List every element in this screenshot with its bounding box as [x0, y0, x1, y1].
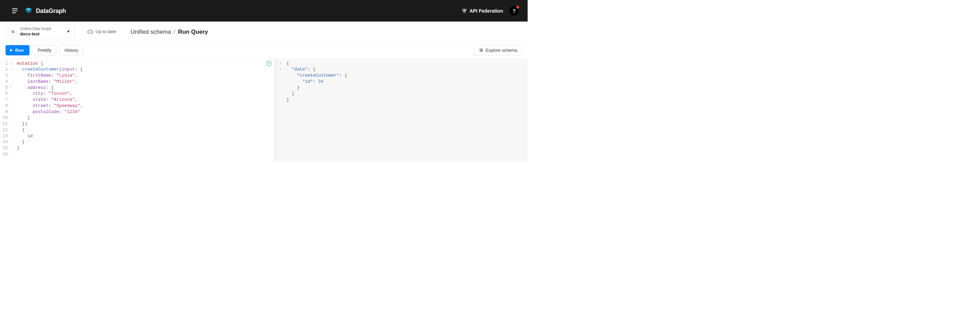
- svg-rect-2: [463, 9, 464, 11]
- svg-rect-3: [465, 9, 466, 11]
- project-name: docs-test: [20, 31, 63, 37]
- layers-icon: [9, 28, 17, 35]
- query-editor[interactable]: 1▾2▾345▾678910111213141516 mutation { cr…: [0, 59, 274, 162]
- explore-schema-button[interactable]: Explore schema: [474, 45, 522, 55]
- query-code[interactable]: mutation { createCustomer(input: { first…: [14, 59, 86, 162]
- project-selector[interactable]: Unified Data Graph docs-test ▼: [6, 24, 74, 39]
- play-icon: [10, 49, 13, 52]
- help-button[interactable]: ?: [509, 6, 519, 16]
- prettify-button[interactable]: Prettify: [33, 45, 56, 55]
- menu-icon[interactable]: [11, 7, 19, 14]
- api-federation-link[interactable]: API Federation: [462, 8, 503, 14]
- line-gutter: 1▾2▾345▾678910111213141516: [0, 59, 14, 162]
- sync-status: Up to date: [87, 29, 116, 34]
- logo-icon: [24, 7, 33, 15]
- notification-dot-icon: [516, 6, 519, 9]
- context-bar: Unified Data Graph docs-test ▼ Up to dat…: [0, 22, 528, 42]
- query-toolbar: Run Prettify History Explore schema: [0, 42, 528, 59]
- brand[interactable]: DataGraph: [24, 7, 66, 15]
- svg-rect-6: [12, 31, 14, 33]
- editor-area: 1▾2▾345▾678910111213141516 mutation { cr…: [0, 59, 528, 162]
- breadcrumb-current: Run Query: [178, 28, 208, 35]
- result-gutter: ▾▾: [277, 59, 283, 162]
- federation-icon: [462, 8, 467, 13]
- brand-name: DataGraph: [36, 8, 66, 14]
- breadcrumb-parent[interactable]: Unified schema: [130, 28, 171, 35]
- chevron-down-icon: ▼: [67, 30, 70, 34]
- svg-marker-7: [10, 49, 13, 51]
- svg-rect-4: [463, 11, 465, 13]
- history-button[interactable]: History: [60, 45, 83, 55]
- app-header: DataGraph API Federation ?: [0, 0, 528, 22]
- schema-icon: [479, 48, 484, 53]
- breadcrumb: Unified schema / Run Query: [130, 28, 208, 35]
- pane-resize-handle[interactable]: [274, 59, 277, 162]
- breadcrumb-separator: /: [172, 28, 176, 35]
- result-pane: ▾▾ { "data": { "createCustomer": { "id":…: [277, 59, 528, 162]
- result-code: { "data": { "createCustomer": { "id": 34…: [283, 59, 350, 162]
- run-button[interactable]: Run: [5, 45, 29, 55]
- sync-status-text: Up to date: [95, 29, 116, 34]
- cloud-icon: [87, 29, 93, 34]
- api-federation-label: API Federation: [469, 8, 503, 14]
- project-type-label: Unified Data Graph: [20, 27, 63, 31]
- run-label: Run: [15, 48, 24, 53]
- svg-rect-5: [12, 30, 14, 32]
- query-help-icon[interactable]: ?: [266, 61, 272, 66]
